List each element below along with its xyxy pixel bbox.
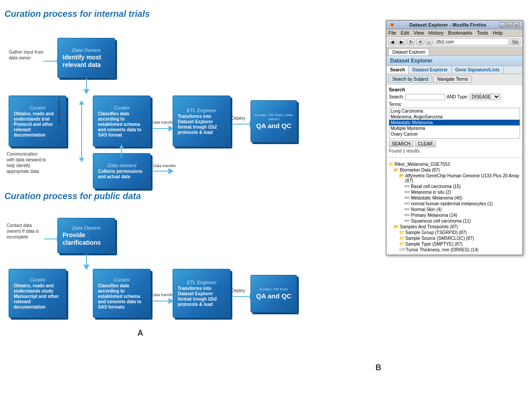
- curator-right-cube-b: Curator Classifies data according to est…: [93, 269, 151, 318]
- deploy-2-label: Deploy: [231, 288, 245, 293]
- tree-item[interactable]: abc Squamous cell carcinoma (11): [388, 218, 520, 224]
- gather-note: Gather input from data owner: [9, 49, 44, 61]
- qa-cube-internal: Curator, TM Team, Data owners QA and QC: [250, 100, 297, 142]
- tree-item[interactable]: 📂 Affymetrix GeneChip Human Genome U133 …: [388, 173, 520, 184]
- tree-item[interactable]: 📂 Biomarker Data (87): [388, 167, 520, 173]
- tree-item[interactable]: abc Melanoma in situ (2): [388, 189, 520, 195]
- label-b: B: [376, 363, 381, 372]
- firefox-window: 🦊 Dataset Explorer - Mozilla Firefox _ □…: [386, 20, 523, 255]
- term-metastatic[interactable]: Metastatic Melanoma: [389, 120, 520, 125]
- sub-tab-subject[interactable]: Search by Subject: [388, 75, 432, 83]
- reload-button[interactable]: ↻: [407, 39, 415, 45]
- tree-item[interactable]: 📁 Sample Group (TSGRPID) (87): [388, 230, 520, 235]
- home-button[interactable]: ⌂: [426, 39, 433, 45]
- forward-button[interactable]: ▶: [398, 39, 406, 45]
- etl-cube-internal: ETL Engineer Transforms into Dataset Exp…: [173, 96, 231, 147]
- search-row: Search: AND Type: DISEASE GENE COMPOUND: [389, 94, 520, 100]
- menu-file[interactable]: File: [388, 30, 396, 35]
- app-title: Dataset Explorer: [390, 58, 432, 64]
- nav-tab-dataset[interactable]: Dataset Explorer: [409, 66, 451, 74]
- data-transfer-2-label: Data transfer: [153, 164, 176, 168]
- section-public: Curation process for public data Contact…: [4, 191, 297, 333]
- address-bar[interactable]: [434, 38, 509, 45]
- close-button[interactable]: ×: [513, 22, 520, 27]
- minimize-button[interactable]: _: [499, 22, 505, 27]
- tree-text: Sample Type (SMPTYE) (87): [405, 242, 462, 246]
- tree-text: Metastatic Melanoma (40): [411, 196, 462, 200]
- tree-item[interactable]: 📂 Samples And Timepoints (87): [388, 224, 520, 230]
- folder-icon: 📁: [399, 230, 404, 235]
- deploy-1-label: Deploy: [231, 116, 245, 121]
- tree-item[interactable]: abc Metastatic Melanoma (40): [388, 195, 520, 201]
- menu-bookmarks[interactable]: Bookmarks: [448, 30, 473, 35]
- search-header: Search: [389, 87, 520, 92]
- terms-list: Lung Carcinoma Melanoma, AngioSarcoma Me…: [389, 108, 520, 139]
- data-steward-cube: Data steward Collects permissions and ac…: [93, 153, 151, 189]
- stop-button[interactable]: ✕: [416, 39, 424, 45]
- type-select[interactable]: DISEASE GENE COMPOUND: [469, 94, 501, 100]
- tree-text: Biomarker Data (87): [400, 168, 440, 172]
- firefox-toolbar: ◀ ▶ ↻ ✕ ⌂ Go: [387, 37, 522, 47]
- tree-text: Tumor Thickness, mm (ORRES) (14): [406, 247, 478, 252]
- term-ovary[interactable]: Ovary Cancer: [389, 131, 520, 137]
- term-melanoma-angio[interactable]: Melanoma, AngioSarcoma: [389, 114, 520, 120]
- tab-dataset-explorer[interactable]: Dataset Explorer: [388, 48, 429, 55]
- nav-tabs: Search Dataset Explorer Gene Signature/L…: [387, 66, 522, 74]
- contact-note: Contact data owners If data is incomplet…: [7, 223, 44, 240]
- tree-item[interactable]: 📁 Sample Source (SMSRCLOC) (87): [388, 235, 520, 241]
- search-label: Search:: [389, 94, 404, 99]
- etl-cube-public: ETL Engineer Transforms into Dataset Exp…: [173, 269, 231, 318]
- nav-tab-search[interactable]: Search: [387, 66, 409, 74]
- menu-help[interactable]: Help: [493, 30, 503, 35]
- tree-text: Basal cell carcinoma (15): [411, 184, 461, 189]
- menu-tools[interactable]: Tools: [477, 30, 489, 35]
- diagram-public: Contact data owners If data is incomplet…: [4, 209, 297, 333]
- abc-icon: abc: [404, 207, 410, 211]
- sub-tab-terms[interactable]: Navigate Terms: [433, 75, 472, 83]
- section-internal: Curation process for internal trials Gat…: [4, 9, 297, 178]
- section-title-internal: Curation process for internal trials: [4, 9, 297, 19]
- go-button[interactable]: Go: [510, 39, 520, 45]
- clear-button[interactable]: CLEAR: [415, 141, 436, 147]
- diagram-internal: Gather input from data owner Data Owners…: [4, 27, 297, 178]
- tree-item[interactable]: 📁 Sample Type (SMPTYE) (87): [388, 241, 520, 247]
- tree-text: Affymetrix GeneChip Human Genome U133 Pl…: [405, 173, 520, 183]
- tree-text: normal human epidermal melanocytes (1): [411, 201, 493, 206]
- abc-icon: abc: [404, 184, 410, 188]
- search-buttons: SEARCH CLEAR: [389, 141, 520, 147]
- tree-item[interactable]: abc Basal cell carcinoma (15): [388, 184, 520, 189]
- folder-icon: 📁: [399, 242, 404, 246]
- term-myeloma[interactable]: Multiple Myeloma: [389, 125, 520, 131]
- tree-text: Melanoma in situ (2): [411, 190, 451, 195]
- menu-view[interactable]: View: [414, 30, 424, 35]
- search-button[interactable]: SEARCH: [389, 141, 414, 147]
- search-input[interactable]: [405, 94, 445, 100]
- back-button[interactable]: ◀: [388, 39, 396, 45]
- tree-item[interactable]: abc Primary Melanoma (14): [388, 212, 520, 218]
- abc-icon: abc: [404, 213, 410, 217]
- type-label: Type:: [458, 94, 468, 99]
- comm-note: Communication with data steward to help …: [7, 151, 47, 174]
- qa-cube-public: Curator, TM Team QA and QC: [250, 275, 297, 313]
- tree-text: Squamous cell carcinoma (11): [411, 219, 471, 223]
- tree-item[interactable]: 123 Tumor Thickness, mm (ORRES) (14): [388, 247, 520, 253]
- label-a: A: [137, 329, 143, 338]
- num-icon: 123: [399, 247, 405, 251]
- maximize-button[interactable]: □: [506, 22, 512, 27]
- firefox-titlebar: 🦊 Dataset Explorer - Mozilla Firefox _ □…: [387, 21, 522, 29]
- folder-icon: 📁: [388, 162, 394, 167]
- tree-text: Primary Melanoma (14): [411, 213, 457, 218]
- section-title-public: Curation process for public data: [4, 191, 297, 201]
- nav-tab-gene[interactable]: Gene Signature/Lists: [452, 66, 504, 74]
- tree-text: Riker_Melanoma_GSE7553: [395, 162, 450, 167]
- curator-right-cube: Curator Classifies data according to est…: [93, 96, 151, 147]
- menu-history[interactable]: History: [428, 30, 443, 35]
- abc-icon: abc: [404, 219, 410, 223]
- tree-item[interactable]: abc normal human epidermal melanocytes (…: [388, 201, 520, 207]
- term-lung[interactable]: Lung Carcinoma: [389, 108, 520, 114]
- tree-item[interactable]: 📁 Riker_Melanoma_GSE7553: [388, 161, 520, 167]
- tree-item[interactable]: abc Normal Skin (4): [388, 207, 520, 212]
- menu-edit[interactable]: Edit: [401, 30, 409, 35]
- data-owners-cube-internal: Data Owners Identify most relevant data: [58, 38, 115, 78]
- curator-left-cube-b: Curator Obtains, reads and understands s…: [9, 269, 66, 318]
